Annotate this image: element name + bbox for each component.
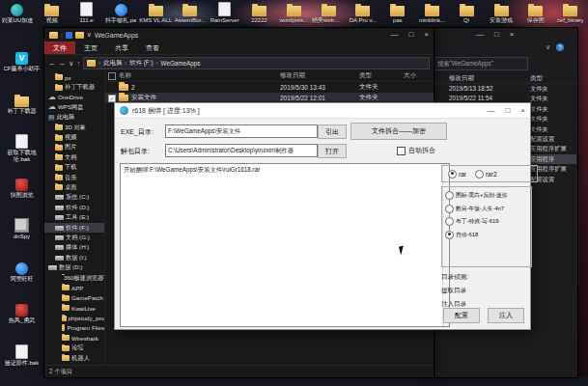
desktop-icon[interactable]: 热风_勇武 (0, 302, 43, 345)
desktop-icon[interactable]: 刘某UU加速 (0, 2, 35, 24)
desktop-icon[interactable]: minblink... (415, 2, 450, 24)
desktop-icon[interactable]: 安装游戏 (484, 2, 518, 24)
close-icon[interactable]: × (520, 107, 525, 115)
sidebar-item[interactable]: APP (44, 283, 104, 292)
minimize-icon[interactable]: — (476, 31, 484, 39)
desktop-icon[interactable]: cef_binary (553, 2, 588, 24)
minimize-icon[interactable]: — (487, 107, 494, 115)
desktop-icon[interactable]: dnSpy (0, 218, 43, 261)
column-header-type[interactable]: 类型 (530, 74, 543, 83)
column-header-size[interactable]: 大小 (404, 71, 434, 80)
export-button[interactable]: 引出 (318, 124, 347, 139)
sidebar-item[interactable]: 系统 (C:) (44, 193, 104, 203)
format-radio-option[interactable]: rar2 (475, 170, 497, 179)
desktop-icon[interactable]: 22222 (242, 2, 277, 24)
radio-icon[interactable] (475, 170, 484, 179)
desktop-icon[interactable]: 获取下载地址.bak (0, 134, 43, 177)
desktop-icon[interactable]: 抖手输礼.pa (103, 2, 138, 24)
breadcrumb-drive[interactable]: 软件 (F:) (129, 59, 153, 68)
sidebar-item[interactable]: 图片 (44, 143, 104, 152)
breadcrumb-this-pc[interactable]: 此电脑 (103, 59, 122, 68)
desktop-icon[interactable]: 快图浏览 (0, 177, 43, 219)
sidebar-item[interactable]: 软件 (F:) (44, 223, 104, 233)
breadcrumb-current[interactable]: WeGameApps (161, 60, 201, 67)
desktop-icon[interactable]: 验证部件.bak (0, 345, 43, 386)
desktop-icon[interactable]: 精美web模板 (311, 2, 346, 24)
unpack-dir-input[interactable]: C:\Users\Administrator\Desktop\yiruixin\… (165, 144, 318, 157)
sidebar-item[interactable]: 文档 (G:) (44, 233, 104, 242)
minimize-icon[interactable]: — (390, 31, 398, 39)
ribbon-chevron-icon[interactable]: ∨ (546, 43, 550, 51)
sidebar-item[interactable]: 数据 (D:) (44, 262, 104, 272)
desktop-icon[interactable]: RainServer (208, 2, 242, 24)
ribbon-tab[interactable]: 查看 (137, 41, 168, 54)
quick-access-folder-icon[interactable] (75, 32, 84, 39)
history-chevron-icon[interactable]: ∨ (69, 59, 74, 68)
row-checkbox[interactable] (108, 95, 116, 102)
sidebar-item[interactable]: 360极速浏览器下载 (44, 273, 104, 283)
desktop-icon[interactable]: 补丁下载器 (0, 93, 43, 135)
sidebar-item[interactable]: GamePatch (44, 293, 104, 303)
sidebar-item[interactable]: 机器人 (44, 353, 104, 363)
sidebar-item[interactable]: 此电脑 (44, 113, 104, 123)
format-radio-option[interactable]: rar (448, 170, 466, 179)
ribbon-tab[interactable]: 主页 (75, 41, 106, 54)
log-output-area[interactable]: 开始捆绑:F:\WeGameApps\安装文件\ruiGr1618.rar (120, 163, 450, 327)
desktop-icon[interactable]: 保存图 (518, 2, 553, 24)
desktop-icon[interactable]: 视频 (35, 2, 70, 24)
desktop-icon[interactable]: wordpres... (276, 2, 311, 24)
sidebar-item[interactable]: 文档 (44, 152, 104, 162)
sidebar-item[interactable]: 媒体 (H:) (44, 243, 104, 253)
desktop-icon[interactable]: 阿里旺旺 (0, 261, 43, 303)
exe-dir-input[interactable]: F:\WeGameApps\安装文件 (165, 124, 318, 138)
ribbon-tab[interactable]: 文件 (44, 41, 75, 54)
help-icon[interactable]: ? (556, 43, 564, 51)
auto-merge-checkbox[interactable]: 自动拆合 (397, 146, 435, 155)
sidebar-item[interactable]: KwaiLive (44, 303, 104, 313)
sidebar-item[interactable]: 补丁下载器 (44, 82, 104, 92)
quick-access-chevron-icon[interactable]: ∨ (87, 31, 92, 39)
column-header-date[interactable]: 修改日期 (280, 71, 359, 80)
sidebar-item[interactable]: 数据 (I:) (44, 253, 104, 262)
table-row[interactable]: 2 2019/5/30 13:43 文件夹 (105, 82, 434, 93)
sidebar-item[interactable]: Program Files (44, 323, 104, 333)
desktop-icon[interactable]: Qt (449, 2, 484, 24)
column-header-type[interactable]: 类型 (359, 71, 404, 80)
desktop-icon[interactable]: AssemBur... (173, 2, 208, 24)
close-icon[interactable]: × (424, 31, 429, 39)
desktop-icon[interactable]: KMS VL ALL (138, 2, 173, 24)
mode-radio-option[interactable]: 图标-黑白+反削-迷你 (445, 191, 528, 200)
sidebar-item[interactable]: phpstudy_pro (44, 313, 104, 322)
sidebar-item[interactable]: 工具 (E:) (44, 212, 104, 222)
inject-button[interactable]: 注入 (488, 308, 524, 323)
select-all-checkbox[interactable] (108, 72, 116, 80)
mode-radio-option[interactable]: 自动-618 (445, 231, 528, 239)
close-icon[interactable]: × (510, 31, 515, 39)
up-icon[interactable]: ↑ (77, 59, 81, 68)
column-header-date[interactable]: 修改日期 (449, 74, 474, 83)
sidebar-item[interactable]: 论坛 (44, 344, 104, 353)
sidebar-item[interactable]: 3D 对象 (44, 123, 104, 132)
radio-icon[interactable] (445, 191, 454, 200)
radio-icon[interactable] (445, 231, 454, 239)
desktop-icon[interactable]: pas (380, 2, 415, 24)
sidebar-item[interactable]: WPS网盘 (44, 102, 104, 112)
maximize-icon[interactable]: □ (408, 31, 413, 39)
mode-radio-option[interactable]: 布丁-特效-写-619 (445, 217, 528, 226)
open-button[interactable]: 打开 (318, 144, 347, 158)
mode-radio-option[interactable]: 数目-午饭-人生-4n7 (445, 205, 528, 213)
radio-icon[interactable] (445, 217, 454, 226)
split-merge-encrypt-button[interactable]: 文件拆合——加密 (350, 123, 447, 140)
sidebar-item[interactable]: 视频 (44, 132, 104, 142)
ribbon-tab[interactable]: 共享 (106, 41, 137, 54)
sidebar-item[interactable]: 桌面 (44, 182, 104, 192)
table-row[interactable]: 2019/5/13 18:52 文件夹 (434, 84, 576, 94)
desktop-icon[interactable]: 111.e (70, 2, 104, 24)
column-header-name[interactable]: 名称 (119, 71, 131, 80)
quick-access-icon[interactable] (66, 32, 72, 39)
maximize-icon[interactable]: □ (494, 31, 499, 39)
sidebar-item[interactable]: 下载 (44, 163, 104, 173)
maximize-icon[interactable]: □ (505, 107, 510, 115)
sidebar-item[interactable]: Wireshark (44, 333, 104, 343)
search-input[interactable]: 搜索"WeGameApps" (434, 57, 528, 70)
